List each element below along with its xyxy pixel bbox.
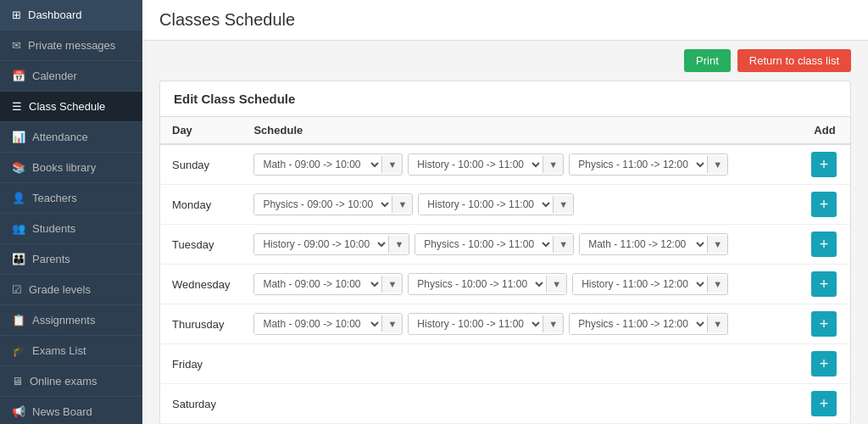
sidebar-item-news-board[interactable]: 📢News Board	[0, 397, 142, 424]
dropdown-arrow-icon[interactable]: ▼	[381, 276, 402, 293]
slot-select[interactable]: Physics - 11:00 -> 12:00	[570, 154, 707, 175]
dropdown-arrow-icon[interactable]: ▼	[542, 156, 563, 173]
slot-dropdown-group[interactable]: Math - 09:00 -> 10:00▼	[253, 153, 403, 176]
sidebar: ⊞Dashboard✉Private messages📅Calender☰Cla…	[0, 0, 142, 424]
table-row: Friday+	[160, 344, 850, 384]
slot-select[interactable]: Physics - 11:00 -> 12:00	[570, 314, 707, 334]
dropdown-arrow-icon[interactable]: ▼	[546, 276, 566, 293]
sidebar-label: Dashboard	[28, 8, 82, 21]
slot-select[interactable]: Math - 09:00 -> 10:00	[254, 314, 381, 334]
dropdown-arrow-icon[interactable]: ▼	[553, 196, 573, 213]
toolbar: Print Return to class list	[142, 41, 868, 81]
slot-select[interactable]: Math - 11:00 -> 12:00	[580, 234, 707, 254]
add-slot-button[interactable]: +	[811, 232, 837, 257]
sidebar-icon: ☰	[12, 100, 22, 113]
slot-select[interactable]: Physics - 10:00 -> 11:00	[409, 274, 546, 294]
slot-dropdown-group[interactable]: Math - 09:00 -> 10:00▼	[253, 313, 403, 335]
main-content: Classes Schedule Print Return to class l…	[142, 0, 868, 424]
sidebar-item-teachers[interactable]: 👤Teachers	[0, 183, 142, 214]
slot-select[interactable]: History - 09:00 -> 10:00	[254, 234, 388, 254]
sidebar-label: News Board	[32, 405, 92, 418]
sidebar-icon: 📋	[12, 314, 25, 326]
sidebar-item-exams-list[interactable]: 🎓Exams List	[0, 336, 142, 366]
sidebar-icon: ⊞	[12, 8, 21, 21]
slot-dropdown-group[interactable]: Physics - 09:00 -> 10:00▼	[253, 193, 413, 215]
add-cell: +	[799, 185, 850, 225]
dropdown-arrow-icon[interactable]: ▼	[707, 315, 727, 332]
add-cell: +	[799, 384, 850, 424]
sidebar-icon: 📢	[12, 405, 25, 418]
slot-select[interactable]: Math - 09:00 -> 10:00	[254, 274, 381, 294]
dropdown-arrow-icon[interactable]: ▼	[388, 236, 409, 253]
add-slot-button[interactable]: +	[811, 192, 837, 217]
sidebar-label: Class Schedule	[29, 100, 105, 113]
sidebar-icon: 📅	[12, 70, 25, 82]
slot-select[interactable]: History - 10:00 -> 11:00	[409, 314, 542, 334]
add-slot-button[interactable]: +	[811, 152, 837, 177]
schedule-cell: Math - 09:00 -> 10:00▼History - 10:00 ->…	[242, 304, 799, 344]
add-slot-button[interactable]: +	[811, 311, 837, 337]
sidebar-item-private-messages[interactable]: ✉Private messages	[0, 31, 142, 61]
add-slot-button[interactable]: +	[811, 351, 837, 377]
print-button[interactable]: Print	[684, 49, 731, 72]
slot-dropdown-group[interactable]: Physics - 11:00 -> 12:00▼	[569, 313, 728, 335]
slot-dropdown-group[interactable]: History - 11:00 -> 12:00▼	[572, 273, 728, 295]
slot-select[interactable]: History - 10:00 -> 11:00	[409, 154, 542, 175]
sidebar-item-books-library[interactable]: 📚Books library	[0, 153, 142, 183]
sidebar-item-class-schedule[interactable]: ☰Class Schedule	[0, 92, 142, 122]
slot-select[interactable]: History - 10:00 -> 11:00	[419, 194, 553, 215]
dropdown-arrow-icon[interactable]: ▼	[707, 236, 727, 253]
sidebar-label: Teachers	[32, 192, 77, 204]
slot-select[interactable]: Math - 09:00 -> 10:00	[254, 154, 381, 175]
slot-dropdown-group[interactable]: Math - 11:00 -> 12:00▼	[579, 233, 728, 255]
add-cell: +	[799, 304, 850, 344]
add-cell: +	[799, 144, 850, 185]
slot-dropdown-group[interactable]: History - 10:00 -> 11:00▼	[408, 313, 564, 335]
sidebar-icon: 🎓	[12, 344, 25, 357]
dropdown-arrow-icon[interactable]: ▼	[542, 315, 563, 332]
slot-select[interactable]: Physics - 10:00 -> 11:00	[415, 234, 553, 254]
sidebar-item-grade-levels[interactable]: ☑Grade levels	[0, 275, 142, 305]
col-day: Day	[160, 117, 242, 144]
sidebar-item-parents[interactable]: 👪Parents	[0, 244, 142, 275]
slot-dropdown-group[interactable]: History - 09:00 -> 10:00▼	[253, 233, 409, 255]
add-slot-button[interactable]: +	[811, 271, 837, 297]
sidebar-item-dashboard[interactable]: ⊞Dashboard	[0, 0, 142, 31]
day-cell: Friday	[160, 344, 242, 384]
slot-dropdown-group[interactable]: History - 10:00 -> 11:00▼	[408, 153, 564, 176]
dropdown-arrow-icon[interactable]: ▼	[392, 196, 412, 213]
table-row: Saturday+	[160, 384, 850, 424]
dropdown-arrow-icon[interactable]: ▼	[707, 156, 727, 173]
return-button[interactable]: Return to class list	[737, 49, 851, 72]
sidebar-label: Assignments	[32, 314, 95, 326]
dropdown-arrow-icon[interactable]: ▼	[553, 236, 573, 253]
add-cell: +	[799, 225, 850, 265]
day-cell: Saturday	[160, 384, 242, 424]
table-row: TuesdayHistory - 09:00 -> 10:00▼Physics …	[160, 225, 850, 265]
schedule-cell: History - 09:00 -> 10:00▼Physics - 10:00…	[242, 225, 799, 265]
sidebar-item-students[interactable]: 👥Students	[0, 214, 142, 244]
dropdown-arrow-icon[interactable]: ▼	[707, 276, 727, 293]
slot-dropdown-group[interactable]: Physics - 10:00 -> 11:00▼	[408, 273, 567, 295]
slot-dropdown-group[interactable]: Physics - 10:00 -> 11:00▼	[415, 233, 574, 255]
table-row: MondayPhysics - 09:00 -> 10:00▼History -…	[160, 185, 850, 225]
schedule-table: Day Schedule Add SundayMath - 09:00 -> 1…	[160, 117, 850, 424]
sidebar-label: Parents	[32, 253, 70, 265]
schedule-cell: Math - 09:00 -> 10:00▼History - 10:00 ->…	[242, 144, 799, 185]
card-title: Edit Class Schedule	[160, 81, 850, 117]
dropdown-arrow-icon[interactable]: ▼	[381, 315, 402, 332]
sidebar-item-calender[interactable]: 📅Calender	[0, 61, 142, 92]
sidebar-icon: 👪	[12, 253, 25, 265]
table-row: ThurusdayMath - 09:00 -> 10:00▼History -…	[160, 304, 850, 344]
sidebar-item-online-exams[interactable]: 🖥Online exams	[0, 366, 142, 397]
sidebar-item-attendance[interactable]: 📊Attendance	[0, 122, 142, 153]
dropdown-arrow-icon[interactable]: ▼	[381, 156, 402, 173]
sidebar-item-assignments[interactable]: 📋Assignments	[0, 305, 142, 336]
slot-dropdown-group[interactable]: History - 10:00 -> 11:00▼	[418, 193, 574, 215]
slot-dropdown-group[interactable]: Math - 09:00 -> 10:00▼	[253, 273, 403, 295]
slot-select[interactable]: History - 11:00 -> 12:00	[573, 274, 707, 294]
slot-select[interactable]: Physics - 09:00 -> 10:00	[254, 194, 392, 215]
sidebar-label: Grade levels	[29, 283, 91, 296]
add-slot-button[interactable]: +	[811, 391, 837, 416]
slot-dropdown-group[interactable]: Physics - 11:00 -> 12:00▼	[569, 153, 728, 176]
